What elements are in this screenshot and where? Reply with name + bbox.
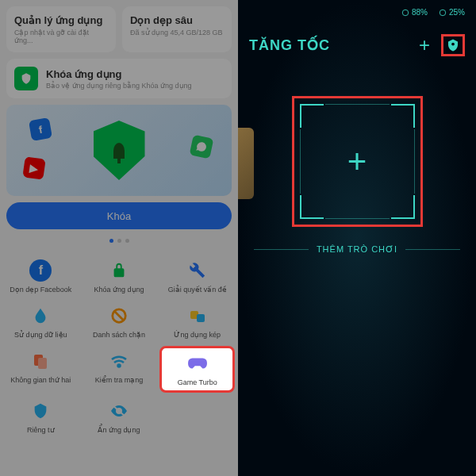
manage-apps-card[interactable]: Quản lý ứng dụng Cập nhật và gỡ cài đặt …	[6, 6, 116, 52]
svg-rect-5	[38, 358, 47, 369]
signal-status: 25%	[439, 8, 465, 17]
dot	[109, 239, 113, 243]
grid-item-facebook-cleaner[interactable]: f Dọn dẹp Facebook	[3, 255, 79, 298]
wrench-icon	[186, 259, 209, 282]
divider: THÊM TRÒ CHƠI	[238, 244, 476, 255]
svg-line-1	[114, 312, 123, 321]
label: Giải quyết vấn đề	[168, 286, 227, 294]
youtube-icon: ▶	[22, 156, 45, 179]
wifi-icon	[108, 350, 130, 372]
corner-decoration	[300, 104, 324, 128]
card-title: Dọn dẹp sâu	[130, 14, 224, 26]
label: Dọn dẹp Facebook	[10, 286, 71, 294]
frame-line	[325, 104, 390, 105]
promo-banner: f ▶	[6, 105, 232, 196]
dot	[117, 239, 121, 243]
grid-item-blocklist[interactable]: Danh sách chặn	[82, 301, 157, 343]
game-turbo-panel: 88% 25% TĂNG TỐC +	[238, 0, 476, 476]
corner-decoration	[391, 195, 415, 219]
lock-info: Khóa ứng dụng Bảo vệ ứng dụng riêng bằng…	[46, 68, 224, 90]
divider-line	[254, 249, 309, 250]
svg-point-10	[451, 43, 455, 46]
svg-point-9	[440, 10, 446, 16]
svg-point-6	[117, 365, 120, 367]
card-subtitle: Đã sử dụng 45,4 GB/128 GB	[130, 29, 224, 36]
tools-grid: f Dọn dẹp Facebook Khóa ứng dụng Giải qu…	[0, 249, 238, 444]
lock-button[interactable]: Khóa	[6, 202, 232, 229]
settings-icon	[446, 38, 460, 52]
whatsapp-icon	[190, 135, 214, 159]
top-cards: Quản lý ứng dụng Cập nhật và gỡ cài đặt …	[0, 0, 238, 59]
gamepad-icon	[186, 352, 209, 374]
privacy-shield-icon	[29, 400, 52, 422]
header: TĂNG TỐC +	[238, 20, 476, 64]
grid-item-dual-apps[interactable]: Ứng dụng kép	[159, 301, 235, 343]
page-title: TĂNG TỐC	[249, 36, 330, 54]
label: Riêng tư	[27, 426, 55, 434]
grid-item-app-lock[interactable]: Khóa ứng dụng	[82, 255, 157, 298]
card-subtitle: Cập nhật và gỡ cài đặt ứng...	[14, 29, 108, 44]
keyhole-icon	[113, 143, 125, 159]
dual-apps-icon	[186, 305, 209, 327]
grid-item-solve[interactable]: Giải quyết vấn đề	[159, 255, 235, 298]
slot-frame: +	[300, 104, 415, 219]
label: Kiểm tra mạng	[95, 376, 144, 384]
svg-rect-3	[197, 314, 205, 322]
label: Sử dụng dữ liệu	[14, 331, 67, 339]
shield-icon	[14, 67, 38, 90]
label: Game Turbo	[178, 378, 217, 386]
frame-line	[325, 218, 390, 219]
status-bar: 88% 25%	[238, 0, 476, 20]
divider-label: THÊM TRÒ CHƠI	[317, 244, 397, 255]
label: Danh sách chặn	[93, 331, 145, 339]
grid-item-second-space[interactable]: Không gian thứ hai	[3, 346, 79, 393]
settings-button[interactable]	[441, 34, 465, 56]
card-title: Quản lý ứng dụng	[14, 14, 108, 26]
droplet-icon	[29, 305, 52, 327]
grid-item-hide-apps[interactable]: Ẩn ứng dụng	[82, 396, 157, 438]
facebook-icon: f	[29, 259, 52, 282]
label: Không gian thứ hai	[10, 376, 71, 384]
battery-status: 88%	[401, 8, 428, 17]
lock-subtitle: Bảo vệ ứng dụng riêng bằng Khóa ứng dụng	[46, 82, 224, 90]
divider-line	[405, 249, 460, 250]
game-slot-area: +	[238, 96, 476, 227]
add-icon[interactable]: +	[419, 34, 430, 56]
signal-value: 25%	[449, 8, 465, 17]
add-game-slot[interactable]: +	[292, 96, 423, 227]
label: Khóa ứng dụng	[94, 286, 144, 294]
shield-graphic	[94, 121, 145, 180]
page-indicator	[0, 236, 238, 249]
corner-decoration	[391, 104, 415, 128]
eye-off-icon	[108, 400, 130, 422]
frame-line	[300, 129, 301, 194]
deep-clean-card[interactable]: Dọn dẹp sâu Đã sử dụng 45,4 GB/128 GB	[122, 6, 232, 52]
battery-value: 88%	[412, 8, 428, 17]
lock-icon	[108, 259, 130, 282]
label: Ứng dụng kép	[174, 331, 221, 339]
block-icon	[108, 305, 130, 327]
lock-title: Khóa ứng dụng	[46, 68, 224, 80]
app-lock-card[interactable]: Khóa ứng dụng Bảo vệ ứng dụng riêng bằng…	[6, 59, 232, 98]
plus-icon: +	[347, 143, 367, 181]
corner-decoration	[300, 195, 324, 219]
label: Ẩn ứng dụng	[98, 426, 140, 434]
security-app-panel: Quản lý ứng dụng Cập nhật và gỡ cài đặt …	[0, 0, 238, 476]
grid-item-game-turbo[interactable]: Game Turbo	[159, 346, 235, 393]
copy-icon	[29, 350, 52, 372]
header-actions: +	[419, 34, 465, 56]
game-thumbnail-partial[interactable]	[238, 128, 254, 199]
grid-item-network-test[interactable]: Kiểm tra mạng	[82, 346, 157, 393]
svg-point-8	[402, 10, 409, 16]
dot	[125, 239, 129, 243]
frame-line	[414, 129, 415, 194]
grid-item-data-usage[interactable]: Sử dụng dữ liệu	[3, 301, 79, 343]
grid-item-private[interactable]: Riêng tư	[3, 396, 79, 438]
facebook-icon: f	[29, 117, 52, 141]
